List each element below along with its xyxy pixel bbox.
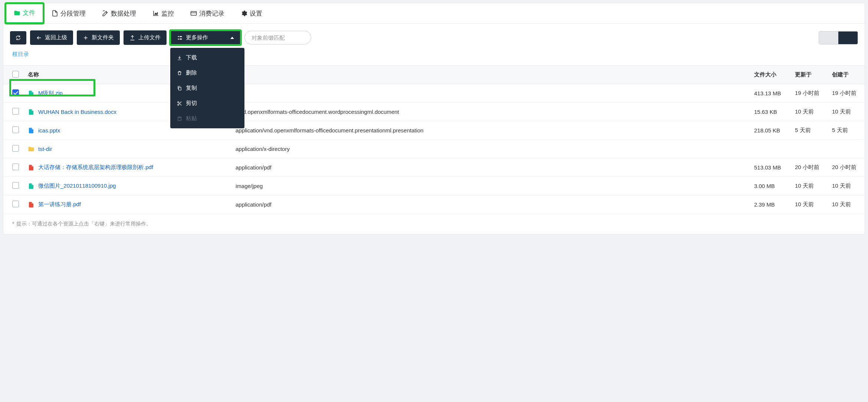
gear-icon — [241, 10, 247, 17]
tab-segments[interactable]: 分段管理 — [43, 3, 94, 23]
file-name[interactable]: tst-dir — [38, 146, 52, 152]
mime-type: /zip — [231, 84, 750, 103]
row-checkbox[interactable] — [12, 89, 19, 96]
created-at: 10 天前 — [828, 103, 865, 121]
updated-at: 10 天前 — [790, 195, 828, 214]
file-size: 15.63 KB — [750, 103, 790, 121]
tab-label: 消费记录 — [199, 9, 224, 18]
file-powerpoint-icon — [28, 127, 34, 134]
row-checkbox[interactable] — [12, 145, 19, 152]
button-label: 返回上级 — [45, 34, 67, 41]
created-at: 19 小时前 — [828, 84, 865, 103]
pencil-square-icon — [102, 10, 109, 17]
file-name[interactable]: icas.pptx — [38, 127, 60, 134]
menu-copy[interactable]: 复制 — [170, 80, 244, 96]
file-name[interactable]: 第一讲练习册.pdf — [38, 201, 81, 208]
row-checkbox[interactable] — [12, 182, 19, 189]
top-tabs: 文件 分段管理 数据处理 监控 消费记录 设置 — [3, 3, 865, 24]
tab-files[interactable]: 文件 — [6, 3, 43, 23]
menu-label: 下载 — [186, 54, 197, 61]
hint-text: *提示：可通过在各个资源上点击「右键」来进行常用操作。 — [3, 214, 865, 234]
menu-download[interactable]: 下载 — [170, 50, 244, 65]
select-all-checkbox[interactable] — [12, 71, 19, 78]
more-actions-dropdown: 下载 删除 复制 剪切 — [170, 48, 244, 128]
tab-settings[interactable]: 设置 — [233, 3, 270, 23]
created-at: 10 天前 — [828, 177, 865, 195]
mime-type: /vnd.openxmlformats-officedocument.wordp… — [231, 103, 750, 121]
button-label: 新文件夹 — [92, 34, 114, 41]
file-icon — [52, 10, 58, 17]
refresh-button[interactable] — [10, 31, 26, 45]
file-name[interactable]: 大话存储：存储系统底层架构原理极限剖析.pdf — [38, 164, 153, 171]
menu-label: 粘贴 — [186, 115, 197, 122]
created-at: 10 天前 — [828, 195, 865, 214]
back-button[interactable]: 返回上级 — [30, 30, 73, 45]
view-list-button[interactable] — [819, 32, 838, 44]
grid-icon — [845, 35, 851, 41]
more-actions-button[interactable]: 更多操作 — [170, 30, 241, 45]
breadcrumb-root[interactable]: 根目录 — [12, 51, 29, 57]
breadcrumb: 根目录 — [3, 45, 865, 61]
mime-type: application/x-directory — [231, 140, 750, 158]
file-size — [750, 140, 790, 158]
credit-card-icon — [190, 10, 197, 17]
file-pdf-icon — [28, 164, 34, 171]
row-checkbox[interactable] — [12, 108, 19, 115]
tab-billing[interactable]: 消费记录 — [182, 3, 233, 23]
view-grid-button[interactable] — [838, 32, 858, 44]
view-toggle — [819, 31, 858, 45]
upload-icon — [129, 35, 135, 41]
tab-label: 设置 — [250, 9, 262, 18]
updated-at: 5 天前 — [790, 121, 828, 140]
button-label: 更多操作 — [186, 34, 208, 41]
mime-type: image/jpeg — [231, 177, 750, 195]
table-row[interactable]: 第一讲练习册.pdfapplication/pdf2.39 MB10 天前10 … — [3, 195, 865, 214]
menu-cut[interactable]: 剪切 — [170, 96, 244, 111]
tab-label: 分段管理 — [60, 9, 86, 18]
table-row[interactable]: 大话存储：存储系统底层架构原理极限剖析.pdfapplication/pdf51… — [3, 158, 865, 177]
file-name[interactable]: WUHAN Back in Business.docx — [38, 109, 116, 115]
table-row[interactable]: M级别.zip/zip413.13 MB19 小时前19 小时前 — [3, 84, 865, 103]
prefix-search-input[interactable] — [244, 31, 311, 45]
toolbar: 返回上级 新文件夹 上传文件 更多操作 — [3, 24, 865, 45]
refresh-icon — [15, 35, 21, 41]
file-name[interactable]: 微信图片_20210118100910.jpg — [38, 182, 116, 190]
updated-at: 20 小时前 — [790, 158, 828, 177]
table-row[interactable]: tst-dirapplication/x-directory — [3, 140, 865, 158]
file-table: 名称 文件大小 更新于 创建于 M级别.zip/zip413.13 MB19 小… — [3, 65, 865, 214]
file-size: 413.13 MB — [750, 84, 790, 103]
folder-solid-icon — [28, 146, 34, 152]
table-row[interactable]: icas.pptxapplication/vnd.openxmlformats-… — [3, 121, 865, 140]
created-at: 20 小时前 — [828, 158, 865, 177]
row-checkbox[interactable] — [12, 201, 19, 207]
updated-at — [790, 140, 828, 158]
row-checkbox[interactable] — [12, 126, 19, 133]
column-header-size[interactable]: 文件大小 — [750, 66, 790, 84]
file-name[interactable]: M级别.zip — [38, 90, 63, 97]
arrow-left-icon — [36, 35, 42, 41]
table-row[interactable]: WUHAN Back in Business.docx/vnd.openxmlf… — [3, 103, 865, 121]
tab-monitoring[interactable]: 监控 — [144, 3, 182, 23]
column-header-created[interactable]: 创建于 — [828, 66, 865, 84]
menu-paste: 粘贴 — [170, 111, 244, 126]
updated-at: 10 天前 — [790, 177, 828, 195]
button-label: 上传文件 — [138, 34, 161, 41]
column-header-updated[interactable]: 更新于 — [790, 66, 828, 84]
chart-area-icon — [152, 10, 159, 17]
tab-data-processing[interactable]: 数据处理 — [94, 3, 144, 23]
folder-icon — [14, 10, 20, 16]
row-checkbox[interactable] — [12, 164, 19, 170]
menu-label: 复制 — [186, 85, 197, 92]
tab-label: 监控 — [161, 9, 174, 18]
menu-delete[interactable]: 删除 — [170, 65, 244, 80]
plus-icon — [83, 35, 89, 41]
new-folder-button[interactable]: 新文件夹 — [77, 30, 120, 45]
file-size: 513.03 MB — [750, 158, 790, 177]
copy-icon — [177, 86, 182, 91]
scissors-icon — [177, 101, 182, 106]
upload-button[interactable]: 上传文件 — [124, 30, 167, 45]
column-header-mime — [231, 66, 750, 84]
trash-icon — [177, 70, 182, 76]
table-row[interactable]: 微信图片_20210118100910.jpgimage/jpeg3.00 MB… — [3, 177, 865, 195]
file-pdf-icon — [28, 201, 34, 208]
